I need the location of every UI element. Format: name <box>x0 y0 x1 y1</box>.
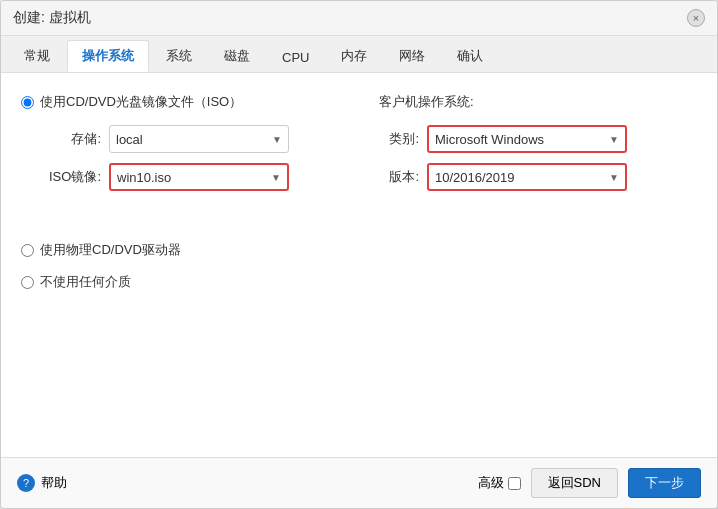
tab-os[interactable]: 操作系统 <box>67 40 149 72</box>
footer-left: ? 帮助 <box>17 474 67 492</box>
physical-radio[interactable] <box>21 244 34 257</box>
no-media-radio[interactable] <box>21 276 34 289</box>
no-media-radio-group: 不使用任何介质 <box>21 273 339 291</box>
category-row: 类别: Microsoft Windows ▼ <box>379 125 697 153</box>
iso-radio-group: 使用CD/DVD光盘镜像文件（ISO） <box>21 93 339 111</box>
physical-radio-group: 使用物理CD/DVD驱动器 <box>21 241 339 259</box>
back-button[interactable]: 返回SDN <box>531 468 618 498</box>
category-select[interactable]: Microsoft Windows ▼ <box>427 125 627 153</box>
main-section: 使用CD/DVD光盘镜像文件（ISO） 存储: local ▼ ISO镜像: w… <box>21 93 697 295</box>
tab-system[interactable]: 系统 <box>151 40 207 72</box>
physical-radio-label[interactable]: 使用物理CD/DVD驱动器 <box>40 241 181 259</box>
tab-memory[interactable]: 内存 <box>326 40 382 72</box>
right-section: 客户机操作系统: 类别: Microsoft Windows ▼ 版本: 10/… <box>379 93 697 295</box>
iso-select[interactable]: win10.iso ▼ <box>109 163 289 191</box>
help-icon[interactable]: ? <box>17 474 35 492</box>
advanced-label: 高级 <box>478 474 504 492</box>
iso-radio[interactable] <box>21 96 34 109</box>
advanced-row: 高级 <box>478 474 521 492</box>
footer: ? 帮助 高级 返回SDN 下一步 <box>1 457 717 508</box>
dialog-title: 创建: 虚拟机 <box>13 9 91 27</box>
next-button[interactable]: 下一步 <box>628 468 701 498</box>
no-media-radio-label[interactable]: 不使用任何介质 <box>40 273 131 291</box>
version-label: 版本: <box>379 168 419 186</box>
storage-value: local <box>116 132 272 147</box>
storage-row: 存储: local ▼ <box>41 125 339 153</box>
tab-disk[interactable]: 磁盘 <box>209 40 265 72</box>
version-value: 10/2016/2019 <box>435 170 609 185</box>
category-arrow-icon: ▼ <box>609 134 619 145</box>
category-value: Microsoft Windows <box>435 132 609 147</box>
guest-os-title: 客户机操作系统: <box>379 93 697 111</box>
footer-right: 高级 返回SDN 下一步 <box>478 468 701 498</box>
create-vm-dialog: 创建: 虚拟机 × 常规 操作系统 系统 磁盘 CPU 内存 网络 确认 使用C… <box>0 0 718 509</box>
tab-general[interactable]: 常规 <box>9 40 65 72</box>
iso-radio-label[interactable]: 使用CD/DVD光盘镜像文件（ISO） <box>40 93 242 111</box>
content-area: 使用CD/DVD光盘镜像文件（ISO） 存储: local ▼ ISO镜像: w… <box>1 73 717 457</box>
iso-value: win10.iso <box>117 170 271 185</box>
tab-confirm[interactable]: 确认 <box>442 40 498 72</box>
tab-network[interactable]: 网络 <box>384 40 440 72</box>
left-section: 使用CD/DVD光盘镜像文件（ISO） 存储: local ▼ ISO镜像: w… <box>21 93 339 295</box>
advanced-checkbox[interactable] <box>508 477 521 490</box>
storage-label: 存储: <box>41 130 101 148</box>
tab-cpu[interactable]: CPU <box>267 43 324 72</box>
storage-select[interactable]: local ▼ <box>109 125 289 153</box>
version-row: 版本: 10/2016/2019 ▼ <box>379 163 697 191</box>
iso-row: ISO镜像: win10.iso ▼ <box>41 163 339 191</box>
version-arrow-icon: ▼ <box>609 172 619 183</box>
version-select[interactable]: 10/2016/2019 ▼ <box>427 163 627 191</box>
storage-arrow-icon: ▼ <box>272 134 282 145</box>
help-label: 帮助 <box>41 474 67 492</box>
title-bar: 创建: 虚拟机 × <box>1 1 717 36</box>
iso-label: ISO镜像: <box>41 168 101 186</box>
iso-arrow-icon: ▼ <box>271 172 281 183</box>
close-button[interactable]: × <box>687 9 705 27</box>
tab-bar: 常规 操作系统 系统 磁盘 CPU 内存 网络 确认 <box>1 36 717 73</box>
category-label: 类别: <box>379 130 419 148</box>
